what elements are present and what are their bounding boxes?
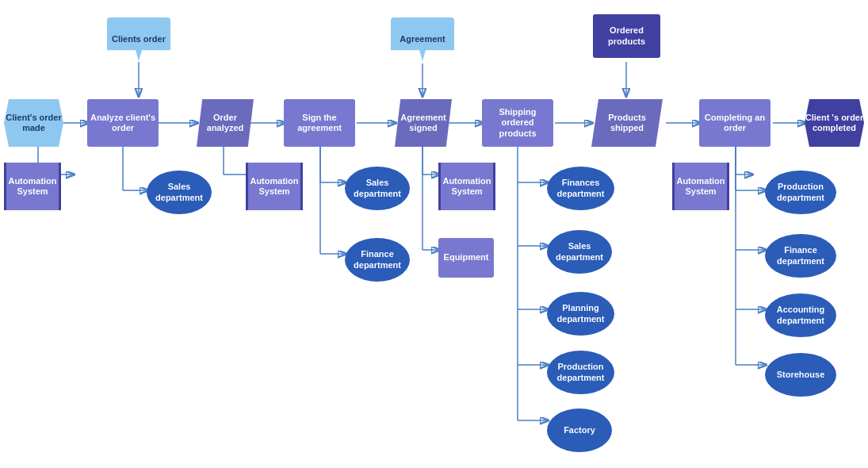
automation-system-1: Automation System: [4, 163, 61, 210]
finances-dept: Finances department: [547, 167, 614, 210]
agreement-signed: Agreement signed: [395, 99, 452, 147]
factory: Factory: [547, 409, 612, 452]
arrows-overlay: [0, 0, 868, 468]
client-order-made: Client's order made: [4, 99, 63, 147]
analyze-clients-order: Analyze client's order: [87, 99, 159, 147]
sales-dept-3: Sales department: [547, 230, 612, 274]
sign-agreement: Sign the agreement: [284, 99, 355, 147]
sales-dept-2: Sales department: [345, 167, 410, 210]
diagram: Clients order Agreement Ordered products…: [0, 0, 868, 468]
order-analyzed: Order analyzed: [197, 99, 254, 147]
production-dept-1: Production department: [547, 351, 614, 394]
production-dept-2: Production department: [765, 171, 836, 214]
automation-system-4: Automation System: [672, 163, 729, 210]
completing-order: Completing an order: [699, 99, 770, 147]
accounting-dept: Accounting department: [765, 293, 836, 337]
automation-system-2: Automation System: [246, 163, 303, 210]
planning-dept: Planning department: [547, 292, 614, 336]
finance-dept-1: Finance department: [345, 238, 410, 282]
storehouse: Storehouse: [765, 353, 836, 397]
shipping-ordered: Shipping ordered products: [482, 99, 553, 147]
ordered-products-banner: Ordered products: [593, 14, 660, 58]
client-order-completed: Client 's order completed: [805, 99, 864, 147]
products-shipped: Products shipped: [591, 99, 663, 147]
clients-order-banner: Clients order: [107, 17, 170, 61]
finance-dept-2: Finance department: [765, 234, 836, 278]
automation-system-3: Automation System: [438, 163, 495, 210]
equipment: Equipment: [438, 238, 494, 278]
sales-dept-1: Sales department: [147, 171, 212, 214]
agreement-banner: Agreement: [391, 17, 454, 61]
